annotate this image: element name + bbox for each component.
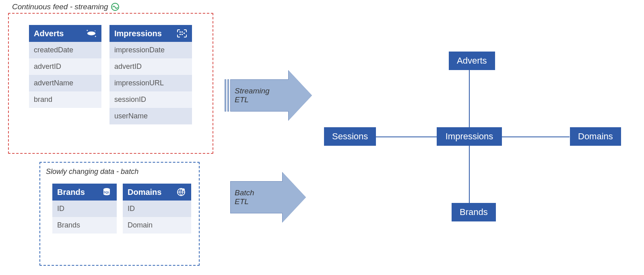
- table-impressions-header: Impressions: [109, 25, 192, 42]
- star-bottom-node: Brands: [452, 203, 496, 221]
- table-adverts-header: Adverts: [29, 25, 101, 42]
- svg-rect-9: [182, 34, 183, 35]
- streaming-etl-label-1: Streaming: [235, 87, 289, 95]
- table-brands-header: Brands SQL: [52, 184, 117, 201]
- star-top-node: Adverts: [449, 52, 495, 70]
- star-right-node: Domains: [570, 127, 621, 146]
- table-brands-title: Brands: [57, 188, 85, 197]
- streaming-etl-arrow: Streaming ETL: [225, 70, 312, 120]
- arrow-head-icon: [289, 70, 312, 120]
- sql-db-icon: SQL: [101, 187, 112, 197]
- table-domains: Domains ID Domain: [123, 184, 191, 234]
- star-top-label: Adverts: [457, 56, 487, 66]
- svg-rect-8: [180, 34, 181, 35]
- arrow-tail-bars: [225, 79, 229, 112]
- star-line-top: [469, 69, 470, 127]
- field: createdDate: [29, 42, 101, 58]
- globe-icon: [176, 187, 186, 197]
- svg-rect-6: [180, 31, 181, 33]
- streaming-label: Continuous feed - streaming: [12, 2, 120, 11]
- table-impressions-title: Impressions: [114, 29, 162, 38]
- batch-etl-label-2: ETL: [235, 197, 283, 206]
- streaming-etl-body: Streaming ETL: [230, 79, 289, 112]
- stream-analytics-icon: [111, 2, 120, 11]
- table-domains-title: Domains: [128, 188, 161, 197]
- field: impressionURL: [109, 75, 192, 91]
- streaming-etl-label-2: ETL: [235, 95, 289, 104]
- streaming-label-text: Continuous feed - streaming: [12, 2, 108, 11]
- star-right-label: Domains: [578, 131, 613, 141]
- table-brands: Brands SQL ID Brands: [52, 184, 117, 234]
- streaming-source-group: Adverts createdDate advertID advertName …: [8, 13, 213, 154]
- arrow-head-icon: [283, 172, 306, 222]
- star-center-label: Impressions: [446, 131, 493, 141]
- field: advertName: [29, 75, 101, 91]
- batch-etl-label-1: Batch: [235, 188, 283, 197]
- event-hub-icon: [177, 28, 187, 39]
- field: ID: [123, 201, 191, 217]
- svg-point-4: [95, 36, 96, 37]
- field: Brands: [52, 217, 117, 234]
- svg-point-14: [182, 188, 185, 191]
- star-left-node: Sessions: [324, 127, 376, 146]
- field: sessionID: [109, 91, 192, 108]
- field: advertID: [29, 58, 101, 75]
- star-bottom-label: Brands: [460, 207, 488, 217]
- field: Domain: [123, 217, 191, 234]
- batch-etl-body: Batch ETL: [230, 181, 283, 213]
- star-line-bottom: [469, 146, 470, 204]
- svg-point-5: [95, 31, 95, 31]
- batch-source-group: Slowly changing data - batch Brands SQL …: [39, 162, 200, 266]
- svg-point-3: [87, 30, 88, 31]
- table-adverts: Adverts createdDate advertID advertName …: [29, 25, 101, 108]
- table-impressions: Impressions impressionDate advertID impr…: [109, 25, 192, 124]
- star-line-left: [368, 136, 437, 137]
- table-domains-header: Domains: [123, 184, 191, 201]
- star-line-right: [501, 136, 570, 137]
- star-left-label: Sessions: [332, 131, 368, 141]
- batch-label: Slowly changing data - batch: [46, 167, 138, 176]
- svg-rect-10: [184, 33, 185, 34]
- table-adverts-title: Adverts: [34, 29, 64, 38]
- batch-label-text: Slowly changing data - batch: [46, 167, 138, 176]
- field: brand: [29, 91, 101, 108]
- svg-rect-7: [182, 31, 183, 33]
- svg-point-1: [87, 31, 95, 35]
- field: advertID: [109, 58, 192, 75]
- star-center-node: Impressions: [437, 127, 502, 146]
- batch-etl-arrow: Batch ETL: [230, 172, 306, 222]
- svg-text:SQL: SQL: [104, 191, 110, 194]
- cosmos-db-icon: [86, 28, 97, 39]
- field: userName: [109, 108, 192, 124]
- field: impressionDate: [109, 42, 192, 58]
- field: ID: [52, 201, 117, 217]
